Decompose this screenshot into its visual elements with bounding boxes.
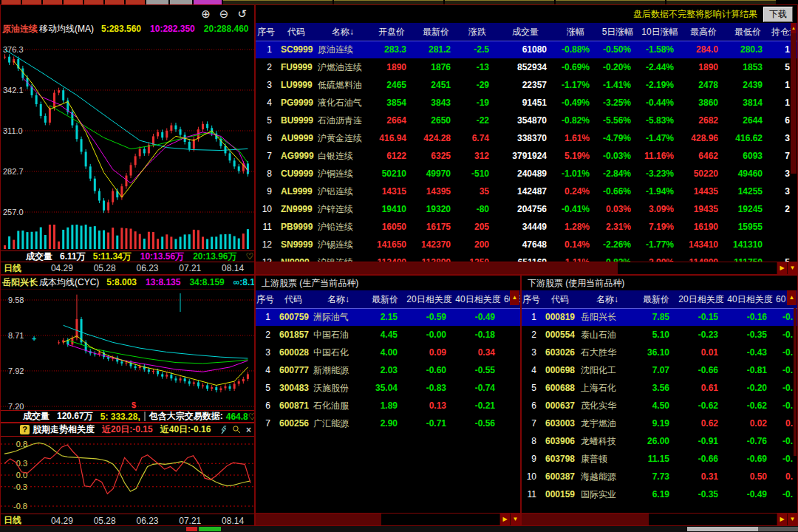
table-row[interactable]: 10600387海越能源7.730.310.500. <box>522 468 797 485</box>
column-header[interactable]: 序号 <box>522 290 541 308</box>
stock-code: ZN9999 <box>276 200 316 218</box>
row-index: 7 <box>256 415 275 432</box>
scroll-down-button[interactable]: ▼ <box>787 514 797 525</box>
correlation-line-chart[interactable]: 0.80.30.0-0.3-0.8 <box>1 437 254 514</box>
period-label[interactable]: 日线 <box>1 262 41 275</box>
zoom-out-icon[interactable]: ⊖ <box>219 8 229 19</box>
close-icon[interactable]: × <box>246 425 251 435</box>
data-warning-bar: 盘后数据不完整将影响计算结果 下载 <box>256 5 797 23</box>
scroll-right-button[interactable]: ▶ <box>499 514 510 525</box>
table-row[interactable]: 7600256广汇能源2.90-0.71-0.56 <box>256 415 520 432</box>
table-row[interactable]: 3LU9999低硫燃料油24652451-2922357-1.17%-1.41%… <box>256 76 797 94</box>
table-row[interactable]: 8CU9999沪铜连续5021049970-510240489-1.01%-2.… <box>256 165 797 183</box>
table-row[interactable]: 6600871石化油服1.890.13-0.21 <box>256 397 520 415</box>
column-header[interactable]: 涨跌 <box>458 23 497 41</box>
scrollbar-thumb[interactable] <box>256 514 381 525</box>
table-row[interactable]: 7AG9999白银连续6122632531237919245.19%-0.03%… <box>256 147 797 165</box>
table-row[interactable]: 3603026石大胜华36.100.01-0.43-0. <box>522 344 797 361</box>
column-header[interactable]: 序号 <box>256 290 275 308</box>
column-header[interactable]: 开盘价 <box>369 23 414 41</box>
instrument-name-link[interactable]: 原油连续 <box>2 23 38 35</box>
column-header[interactable]: 20日相关度 <box>405 290 454 308</box>
period-label[interactable]: 日线 <box>1 514 41 526</box>
cell-value: 16175 <box>414 218 458 236</box>
table-row[interactable]: 10ZN9999沪锌连续1941019320-80204756-0.41%0.0… <box>256 200 797 218</box>
column-header[interactable]: 最新价 <box>635 290 677 308</box>
table-row[interactable]: 9AL9999沪铝连续1431514395351424870.24%-0.66%… <box>256 183 797 200</box>
column-header[interactable]: 名称↓ <box>312 290 365 308</box>
scroll-down-button[interactable]: ▼ <box>510 514 520 525</box>
include-block-trades-checkbox[interactable] <box>144 412 146 421</box>
table-row[interactable]: 2601857中国石油4.45-0.00-0.18 <box>256 326 520 344</box>
help-question-icon[interactable]: ? <box>20 425 30 434</box>
scrollbar-track[interactable] <box>381 514 499 525</box>
scrollbar-thumb[interactable] <box>522 514 649 525</box>
horizontal-scrollbar[interactable]: ▶ ▼ <box>256 262 797 274</box>
cell-value: 6122 <box>369 147 414 165</box>
table-row[interactable]: 11PB9999沪铅连续1605016175205344491.28%2.31%… <box>256 218 797 236</box>
scrollbar-track[interactable] <box>649 514 777 525</box>
column-header[interactable]: 10日涨幅 <box>638 23 681 41</box>
scrollbar-thumb[interactable] <box>791 33 797 174</box>
flash-icon[interactable] <box>219 425 228 434</box>
column-header[interactable]: 序号 <box>256 23 276 41</box>
ma-value: 10:282.350 <box>150 24 195 34</box>
horizontal-scrollbar[interactable]: ▶ ▼ <box>522 513 797 525</box>
vertical-scrollbar[interactable] <box>794 308 797 456</box>
scrollbar-track[interactable] <box>618 262 777 274</box>
table-row[interactable]: 1600759洲际油气2.15-0.59-0.49 <box>256 308 520 326</box>
table-row[interactable]: 1000819岳阳兴长7.85-0.15-0.16-0. <box>522 308 797 326</box>
table-row[interactable]: 9603798康普顿11.15-0.66-0.69-0. <box>522 450 797 468</box>
column-header[interactable]: 40日相关度 <box>726 290 774 308</box>
column-header[interactable]: 代码 <box>276 23 316 41</box>
table-row[interactable]: 4000698沈阳化工7.07-0.66-0.81-0. <box>522 361 797 379</box>
vertical-scrollbar[interactable]: ▲ <box>791 23 797 262</box>
table-row[interactable]: 5300483沃施股份35.04-0.83-0.74 <box>256 379 520 397</box>
scroll-right-button[interactable]: ▶ <box>777 514 787 525</box>
table-row[interactable]: 5BU9999石油沥青连26642650-22354870-0.82%-5.56… <box>256 112 797 129</box>
magnifier-icon[interactable] <box>232 425 242 434</box>
table-row[interactable]: 6000637茂化实华4.50-0.62-0.62-0. <box>522 397 797 415</box>
table-row[interactable]: 6AU9999沪黄金连续416.94424.286.743383701.61%-… <box>256 129 797 147</box>
column-header[interactable]: 持仓量 <box>770 23 791 41</box>
favorite-heart-icon[interactable]: ♡ <box>248 412 254 421</box>
scroll-down-button[interactable]: ▼ <box>787 262 797 274</box>
stock-name-link[interactable]: 岳阳兴长 <box>2 276 38 289</box>
scroll-up-button[interactable]: ▲ <box>510 290 519 305</box>
column-header[interactable]: 成交量 <box>497 23 554 41</box>
table-row[interactable]: 7603003龙宇燃油9.190.620.020. <box>522 415 797 432</box>
table-row[interactable]: 12SN9999沪锡连续141650142370200476480.14%-2.… <box>256 236 797 253</box>
table-row[interactable]: 8603906龙蟠科技26.00-0.91-0.76-0. <box>522 432 797 450</box>
table-row[interactable]: 5600688上海石化3.560.61-0.20-0. <box>522 379 797 397</box>
scroll-up-button[interactable]: ▲ <box>791 23 797 33</box>
scroll-right-button[interactable]: ▶ <box>777 262 787 274</box>
column-header[interactable]: 5日涨幅 <box>597 23 638 41</box>
favorite-heart-icon[interactable]: ♡ <box>246 252 254 261</box>
column-header[interactable]: 名称↓ <box>316 23 369 41</box>
column-header[interactable]: 最高价 <box>681 23 726 41</box>
crude-oil-candlestick-chart[interactable]: 376.3342.1311.0282.7257.0 <box>1 36 254 250</box>
table-row[interactable]: 4PG9999液化石油气38543843-1991451-0.49%-3.25%… <box>256 94 797 112</box>
column-header[interactable]: 20日相关度 <box>677 290 726 308</box>
zoom-in-icon[interactable]: ⊕ <box>201 8 211 19</box>
download-button[interactable]: 下载 <box>763 7 793 22</box>
column-header[interactable]: 最新价 <box>414 23 458 41</box>
table-row[interactable]: 4600777新潮能源2.03-0.60-0.55 <box>256 361 520 379</box>
column-header[interactable]: 名称↓ <box>579 290 635 308</box>
column-header[interactable]: 涨幅 <box>554 23 597 41</box>
table-row[interactable]: 1SC9999原油连续283.3281.2-2.561080-0.88%-0.5… <box>256 41 797 58</box>
scroll-up-button[interactable]: ▲ <box>787 290 797 305</box>
table-row[interactable]: 11000159国际实业6.19-0.35-0.49-0. <box>522 485 797 503</box>
horizontal-scrollbar[interactable]: ▶ ▼ <box>256 513 520 525</box>
column-header[interactable]: 代码 <box>541 290 579 308</box>
column-header[interactable]: 最低价 <box>726 23 770 41</box>
column-header[interactable]: 代码 <box>275 290 312 308</box>
undo-icon[interactable]: ↺ <box>237 8 247 19</box>
scrollbar-thumb[interactable] <box>256 262 618 274</box>
stock-candlestick-chart[interactable]: 9.588.717.927.20$+ <box>1 290 254 410</box>
table-row[interactable]: 2000554泰山石油5.10-0.23-0.35-0. <box>522 326 797 344</box>
column-header[interactable]: 最新价 <box>365 290 405 308</box>
column-header[interactable]: 40日相关度 <box>454 290 502 308</box>
table-row[interactable]: 2FU9999沪燃油连续18901876-13852934-0.69%-0.20… <box>256 58 797 76</box>
table-row[interactable]: 3600028中国石化4.000.090.34 <box>256 344 520 361</box>
